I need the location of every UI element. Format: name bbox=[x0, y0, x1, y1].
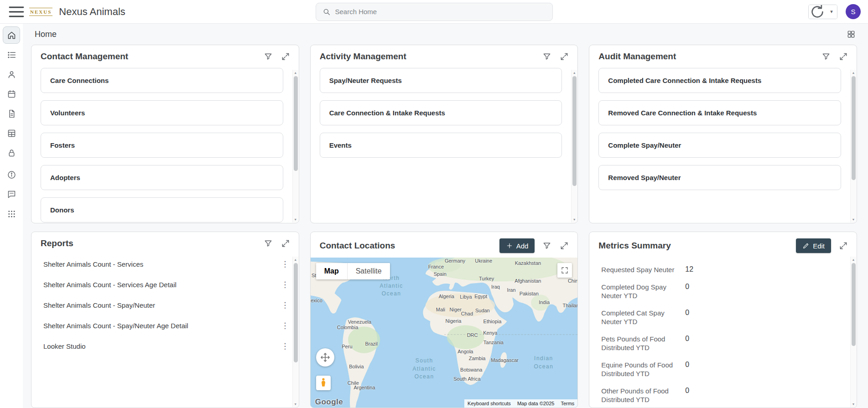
scrollbar[interactable]: ▲ ▼ bbox=[292, 257, 298, 407]
report-row[interactable]: Shelter Animals Count - Services ⋮ bbox=[31, 254, 299, 274]
more-options-icon[interactable]: ⋮ bbox=[279, 259, 291, 269]
list-item[interactable]: Complete Spay/Neuter bbox=[598, 133, 841, 158]
more-options-icon[interactable]: ⋮ bbox=[279, 280, 291, 289]
menu-button[interactable] bbox=[7, 3, 26, 21]
filter-button[interactable] bbox=[542, 241, 552, 251]
sync-button[interactable] bbox=[809, 5, 826, 19]
topbar-actions: ▾ S bbox=[808, 4, 861, 19]
hamburger-icon bbox=[7, 3, 26, 21]
lock-icon bbox=[7, 148, 16, 158]
terms-link[interactable]: Terms bbox=[557, 399, 577, 408]
report-row[interactable]: Shelter Animals Count - Services Age Det… bbox=[31, 274, 299, 295]
list-item[interactable]: Care Connection & Intake Requests bbox=[320, 100, 562, 125]
more-options-icon[interactable]: ⋮ bbox=[279, 321, 291, 331]
map-type-satellite-button[interactable]: Satellite bbox=[347, 263, 390, 279]
list-item[interactable]: Care Connections bbox=[41, 68, 283, 93]
main-content: Home Contact Management Care Connectio bbox=[23, 24, 868, 408]
list-item[interactable]: Completed Care Connection & Intake Reque… bbox=[598, 68, 841, 93]
filter-button[interactable] bbox=[542, 52, 552, 62]
report-label[interactable]: Shelter Animals Count - Spay/Neuter Age … bbox=[43, 322, 279, 330]
map-type-control: Map Satellite bbox=[316, 263, 390, 279]
scrollbar[interactable]: ▲ ▼ bbox=[850, 70, 856, 222]
top-bar: NEXUS Nexus Animals ▾ S bbox=[0, 0, 868, 24]
scroll-up-icon: ▲ bbox=[851, 257, 856, 263]
list-item[interactable]: Volunteers bbox=[41, 100, 283, 125]
card-contact-locations: Contact Locations Add bbox=[310, 232, 578, 408]
scrollbar[interactable]: ▲ ▼ bbox=[571, 70, 577, 222]
pan-move-icon bbox=[320, 352, 331, 363]
calendar-icon bbox=[7, 89, 16, 99]
list-item[interactable]: Spay/Neuter Requests bbox=[320, 68, 562, 93]
filter-button[interactable] bbox=[263, 238, 273, 248]
filter-button[interactable] bbox=[821, 52, 831, 62]
map-pan-control[interactable] bbox=[316, 348, 334, 367]
nav-table-button[interactable] bbox=[3, 124, 20, 142]
scroll-up-icon: ▲ bbox=[293, 257, 298, 263]
report-label[interactable]: Looker Studio bbox=[43, 342, 279, 350]
list-item[interactable]: Adopters bbox=[41, 165, 283, 190]
nav-security-button[interactable] bbox=[3, 144, 20, 161]
report-row[interactable]: Shelter Animals Count - Spay/Neuter Age … bbox=[31, 315, 299, 336]
metric-label: Completed Cat Spay Neuter YTD bbox=[601, 309, 679, 326]
reports-list: Shelter Animals Count - Services ⋮ Shelt… bbox=[31, 253, 299, 408]
filter-icon bbox=[542, 241, 551, 250]
plus-icon bbox=[506, 242, 513, 249]
nav-info-button[interactable] bbox=[3, 166, 20, 183]
expand-button[interactable] bbox=[559, 52, 569, 62]
map-fullscreen-button[interactable] bbox=[557, 263, 572, 278]
report-label[interactable]: Shelter Animals Count - Spay/Neuter bbox=[43, 301, 279, 309]
more-options-icon[interactable]: ⋮ bbox=[279, 300, 291, 310]
sync-dropdown-button[interactable]: ▾ bbox=[826, 5, 837, 19]
report-label[interactable]: Shelter Animals Count - Services Age Det… bbox=[43, 281, 279, 289]
metric-value: 0 bbox=[679, 309, 689, 317]
scrollbar[interactable]: ▲ ▼ bbox=[850, 257, 856, 407]
google-map[interactable]: ted StatesMexicoGermanyUkraineKazakhstan… bbox=[311, 258, 578, 408]
filter-icon bbox=[264, 52, 273, 61]
table-icon bbox=[7, 129, 16, 138]
list-item[interactable]: Removed Spay/Neuter bbox=[598, 165, 841, 190]
expand-button[interactable] bbox=[281, 238, 291, 248]
expand-button[interactable] bbox=[281, 52, 291, 62]
layout-grid-button[interactable] bbox=[846, 29, 856, 39]
list-item[interactable]: Events bbox=[320, 133, 562, 158]
keyboard-shortcuts-link[interactable]: Keyboard shortcuts bbox=[464, 399, 514, 408]
person-icon bbox=[7, 70, 16, 79]
metric-row: Other Pounds of Food Distributed YTD 0 bbox=[601, 382, 841, 408]
add-button[interactable]: Add bbox=[499, 238, 535, 253]
page-header: Home bbox=[23, 24, 868, 45]
nav-calendar-button[interactable] bbox=[3, 85, 20, 103]
search-input[interactable] bbox=[335, 8, 546, 15]
left-nav-rail bbox=[0, 24, 23, 408]
nav-lists-button[interactable] bbox=[3, 46, 20, 63]
expand-icon bbox=[560, 52, 569, 61]
card-activity-management: Activity Management Spay/Neuter Requests… bbox=[310, 45, 578, 223]
expand-button[interactable] bbox=[838, 241, 848, 251]
search-box[interactable] bbox=[316, 3, 553, 21]
user-avatar[interactable]: S bbox=[846, 4, 861, 19]
metric-row: Completed Cat Spay Neuter YTD 0 bbox=[601, 305, 841, 331]
more-options-icon[interactable]: ⋮ bbox=[279, 341, 291, 351]
card-title: Reports bbox=[41, 238, 256, 248]
list-item[interactable]: Fosters bbox=[41, 133, 283, 158]
map-data-label: Map data ©2025 bbox=[514, 399, 558, 408]
nav-feedback-button[interactable] bbox=[3, 186, 20, 203]
card-title: Contact Locations bbox=[320, 241, 492, 251]
edit-button[interactable]: Edit bbox=[796, 238, 831, 253]
street-view-pegman[interactable] bbox=[316, 376, 331, 390]
expand-button[interactable] bbox=[838, 52, 848, 62]
filter-button[interactable] bbox=[263, 52, 273, 62]
report-row[interactable]: Shelter Animals Count - Spay/Neuter ⋮ bbox=[31, 295, 299, 315]
card-title: Contact Management bbox=[41, 52, 256, 62]
scrollbar[interactable]: ▲ ▼ bbox=[292, 70, 298, 222]
nav-contacts-button[interactable] bbox=[3, 66, 20, 83]
nav-home-button[interactable] bbox=[3, 26, 20, 44]
report-row[interactable]: Looker Studio ⋮ bbox=[31, 336, 299, 356]
map-type-map-button[interactable]: Map bbox=[316, 263, 347, 279]
report-label[interactable]: Shelter Animals Count - Services bbox=[43, 260, 279, 268]
list-item[interactable]: Removed Care Connection & Intake Request… bbox=[598, 100, 841, 125]
list-item[interactable]: Donors bbox=[41, 197, 283, 222]
logo-text: NEXUS bbox=[29, 8, 52, 16]
nav-apps-button[interactable] bbox=[3, 205, 20, 222]
expand-button[interactable] bbox=[559, 241, 569, 251]
nav-documents-button[interactable] bbox=[3, 105, 20, 122]
